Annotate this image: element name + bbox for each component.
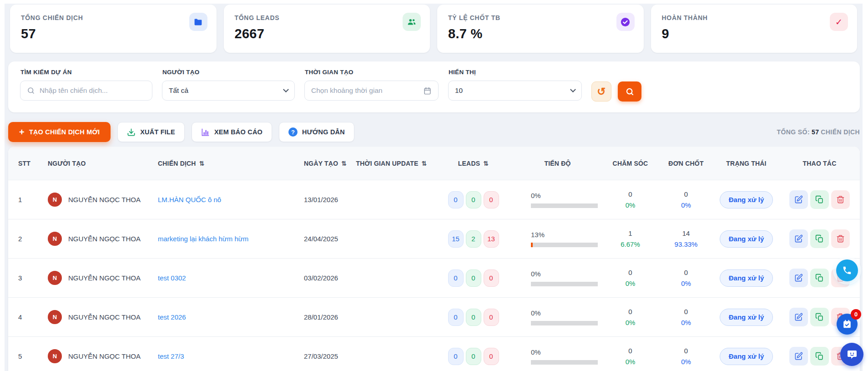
edit-button[interactable] [789,308,808,326]
creator-name: NGUYỄN NGỌC THOA [68,274,141,282]
campaigns-table: STT NGƯỜI TẠO CHIẾN DỊCH NGÀY TẠO THỜI G… [8,147,860,371]
reset-filters-button[interactable] [591,81,611,102]
stat-card-campaigns: TỔNG CHIẾN DỊCH 57 [10,5,217,53]
header-progress: TIẾN ĐỘ [513,160,602,167]
progress-bar [531,360,598,365]
calendar-icon [423,86,432,95]
progress-bar [531,321,598,325]
delete-button[interactable] [831,229,850,248]
leads-total-badge: 0 [448,269,464,287]
apply-search-button[interactable] [618,81,641,102]
date-range-placeholder: Chọn khoảng thời gian [311,86,383,95]
table-body: 1 N NGUYỄN NGỌC THOA LM.HÀN QUỐC ô nô 13… [8,180,860,371]
campaign-link[interactable]: test 27/3 [158,352,184,360]
creator-name: NGUYỄN NGỌC THOA [68,313,141,321]
page-background: TỔNG CHIẾN DỊCH 57 TỔNG LEADS 2667 TỶ LỆ… [5,4,863,371]
display-label: HIỂN THỊ [449,69,582,76]
stat-value: 8.7 % [448,26,633,41]
leads-total-badge: 0 [448,191,464,208]
search-input[interactable] [40,86,146,95]
edit-button[interactable] [789,190,808,209]
guide-button[interactable]: HƯỚNG DẪN [279,122,354,142]
header-orders: ĐƠN CHỐT [659,160,713,167]
header-created[interactable]: NGÀY TẠO [283,160,349,167]
header-status: TRẠNG THÁI [713,160,779,167]
leads-care-badge: 0 [466,348,481,365]
stat-label: HOÀN THÀNH [662,14,847,21]
care-percent: 0% [602,201,659,209]
tasks-fab[interactable]: 0 [837,314,858,335]
leads-care-badge: 2 [466,230,481,248]
export-file-button[interactable]: XUẤT FILE [117,122,185,142]
campaign-link[interactable]: test 2026 [158,313,186,321]
chevron-down-icon [570,86,576,92]
delete-button[interactable] [831,190,850,209]
progress-bar [531,203,598,208]
date-range-input[interactable]: Chọn khoảng thời gian [304,81,439,101]
table-row: 1 N NGUYỄN NGỌC THOA LM.HÀN QUỐC ô nô 13… [8,180,860,219]
view-report-label: XEM BÁO CÁO [214,128,262,136]
orders-count: 0 [659,190,713,198]
copy-button[interactable] [810,269,829,287]
header-updated[interactable]: THỜI GIAN UPDATE [349,160,434,167]
table-header: STT NGƯỜI TẠO CHIẾN DỊCH NGÀY TẠO THỜI G… [8,147,860,180]
create-campaign-label: TẠO CHIẾN DỊCH MỚI [29,128,100,136]
orders-count: 14 [659,229,713,237]
orders-percent: 93.33% [659,240,713,248]
filter-panel: TÌM KIẾM DỰ ÁN NGƯỜI TẠO Tất cả THỜI GIA… [8,61,860,112]
copy-button[interactable] [810,347,829,366]
avatar: N [48,349,62,363]
stat-value: 57 [21,26,206,41]
phone-fab[interactable] [836,259,858,281]
display-select[interactable]: 10 [448,81,582,101]
care-count: 0 [602,190,659,198]
campaign-link[interactable]: test 0302 [158,274,186,282]
avatar: N [48,271,62,285]
care-percent: 0% [602,319,659,326]
copy-button[interactable] [810,308,829,326]
campaign-link[interactable]: LM.HÀN QUỐC ô nô [158,196,221,203]
edit-button[interactable] [789,229,808,248]
table-row: 4 N NGUYỄN NGỌC THOA test 2026 28/01/202… [8,298,860,337]
question-icon [288,127,298,137]
search-icon [625,87,635,97]
plus-icon [19,127,25,137]
chat-icon [847,349,858,360]
undo-icon [597,86,606,97]
stat-label: TỔNG CHIẾN DỊCH [21,14,206,21]
created-date: 03/02/2026 [283,274,349,282]
leads-care-badge: 0 [466,309,481,326]
table-row: 5 N NGUYỄN NGỌC THOA test 27/3 27/03/202… [8,337,860,371]
check-icon [830,13,848,31]
folder-icon [189,13,207,31]
total-campaigns-text: TỔNG SỐ:57CHIẾN DỊCH [777,128,860,136]
leads-care-badge: 0 [466,269,481,287]
orders-percent: 0% [659,201,713,209]
care-percent: 0% [602,280,659,287]
header-leads[interactable]: LEADS [434,160,513,167]
progress-percent: 0% [531,270,602,278]
edit-button[interactable] [789,269,808,287]
chat-fab[interactable] [840,343,863,366]
leads-total-badge: 0 [448,309,464,326]
stat-card-close-rate: TỶ LỆ CHỐT TB 8.7 % [437,5,644,53]
leads-closed-badge: 0 [484,348,499,365]
copy-button[interactable] [810,229,829,248]
row-index: 4 [8,313,35,321]
view-report-button[interactable]: XEM BÁO CÁO [192,122,272,142]
creator-select-value: Tất cả [169,86,188,95]
copy-button[interactable] [810,190,829,209]
create-campaign-button[interactable]: TẠO CHIẾN DỊCH MỚI [8,122,111,142]
creator-name: NGUYỄN NGỌC THOA [68,196,141,203]
care-count: 0 [602,347,659,355]
creator-select[interactable]: Tất cả [162,81,295,101]
campaign-link[interactable]: marketing lại khách hừm hừm [158,235,248,243]
leads-total-badge: 15 [448,230,464,248]
progress-bar [531,243,598,247]
guide-label: HƯỚNG DẪN [302,128,345,136]
leads-closed-badge: 0 [484,269,499,287]
header-campaign[interactable]: CHIẾN DỊCH [147,160,283,167]
calendar-check-icon [842,319,852,329]
edit-button[interactable] [789,347,808,366]
phone-icon [842,265,852,275]
